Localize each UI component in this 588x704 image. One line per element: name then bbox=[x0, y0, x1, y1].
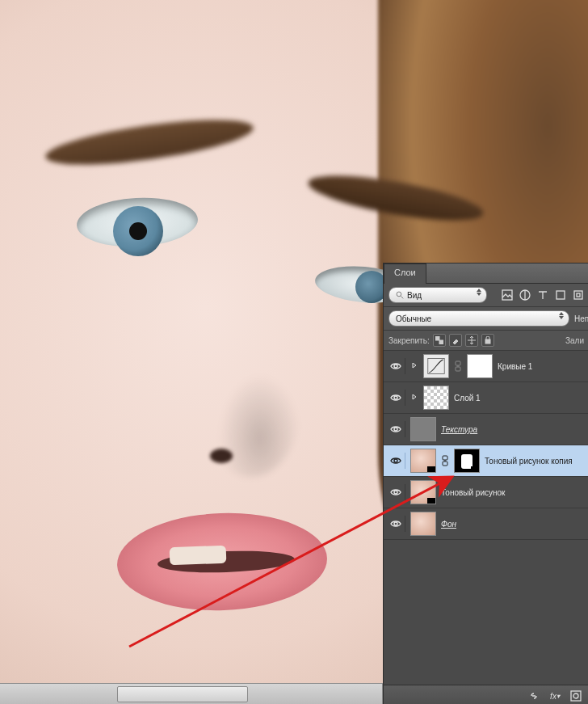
filter-adjust-icon[interactable] bbox=[519, 289, 531, 301]
layer-row-background[interactable]: Фон bbox=[384, 508, 588, 540]
layers-panel-footer: fx▾ bbox=[384, 685, 588, 704]
svg-rect-11 bbox=[456, 361, 460, 365]
link-layers-icon[interactable] bbox=[527, 689, 540, 702]
add-mask-icon[interactable] bbox=[569, 689, 582, 702]
filter-type-icon[interactable] bbox=[537, 289, 548, 301]
lock-transparent-icon[interactable] bbox=[433, 334, 446, 347]
svg-rect-6 bbox=[435, 336, 439, 340]
layers-list: Кривые 1 Слой 1 Текстура bbox=[384, 351, 588, 689]
layer-name[interactable]: Тоновый рисунок bbox=[441, 488, 586, 497]
fill-label: Зали bbox=[565, 336, 584, 345]
layer-thumbnail[interactable] bbox=[410, 512, 436, 536]
layer-row-tone-copy[interactable]: Тоновый рисунок копия bbox=[384, 445, 588, 477]
layer-name[interactable]: Текстура bbox=[441, 425, 586, 434]
layer-filter-value: Вид bbox=[407, 291, 422, 300]
layer-row-texture[interactable]: Текстура bbox=[384, 414, 588, 445]
opacity-label: Непрозрачн bbox=[574, 314, 588, 323]
svg-point-14 bbox=[394, 428, 397, 431]
layer-row-tone[interactable]: Тоновый рисунок bbox=[384, 477, 588, 508]
smart-object-badge-icon bbox=[427, 466, 435, 472]
svg-rect-17 bbox=[443, 462, 447, 466]
layer-thumbnail[interactable] bbox=[423, 386, 449, 410]
visibility-toggle[interactable] bbox=[387, 453, 405, 469]
svg-rect-1 bbox=[502, 290, 512, 300]
svg-rect-16 bbox=[443, 456, 447, 460]
layer-name[interactable]: Кривые 1 bbox=[498, 362, 586, 371]
blend-opacity-row: Обычные Непрозрачн bbox=[384, 307, 588, 331]
visibility-toggle[interactable] bbox=[387, 390, 405, 406]
lock-all-icon[interactable] bbox=[481, 334, 494, 347]
tab-layers[interactable]: Слои bbox=[384, 263, 426, 284]
svg-rect-5 bbox=[577, 293, 580, 297]
layer-link-icon[interactable] bbox=[454, 355, 462, 377]
svg-rect-7 bbox=[439, 340, 443, 344]
svg-rect-20 bbox=[571, 691, 581, 701]
blend-mode-value: Обычные bbox=[396, 314, 431, 323]
thumbnail-content bbox=[411, 512, 435, 535]
filter-smart-icon[interactable] bbox=[573, 289, 584, 301]
svg-point-21 bbox=[573, 693, 578, 698]
lock-label: Закрепить: bbox=[388, 336, 430, 345]
svg-rect-4 bbox=[574, 291, 582, 299]
svg-point-19 bbox=[394, 522, 397, 525]
scrollbar-track[interactable] bbox=[0, 684, 383, 704]
photo-pupil-left bbox=[129, 222, 147, 240]
layer-mask-thumbnail[interactable] bbox=[454, 449, 480, 473]
layer-filter-select[interactable]: Вид bbox=[388, 287, 487, 303]
layer-thumbnail[interactable] bbox=[410, 480, 436, 504]
layer-name[interactable]: Слой 1 bbox=[454, 394, 586, 403]
scrollbar-thumb[interactable] bbox=[117, 686, 248, 702]
lock-move-icon[interactable] bbox=[465, 334, 478, 347]
blend-mode-select[interactable]: Обычные bbox=[388, 310, 569, 327]
svg-point-9 bbox=[394, 365, 397, 368]
svg-rect-8 bbox=[485, 339, 490, 344]
visibility-toggle[interactable] bbox=[387, 484, 405, 500]
visibility-toggle[interactable] bbox=[387, 358, 405, 374]
svg-rect-3 bbox=[556, 291, 565, 299]
clip-indicator-icon bbox=[410, 355, 418, 377]
svg-point-15 bbox=[394, 459, 397, 462]
panel-tab-bar: Слои bbox=[384, 263, 588, 284]
layer-thumbnail[interactable] bbox=[410, 449, 436, 473]
filter-pixel-icon[interactable] bbox=[502, 289, 513, 301]
search-icon bbox=[396, 291, 404, 299]
smart-object-badge-icon bbox=[427, 498, 435, 504]
photo-nostril bbox=[210, 449, 233, 463]
visibility-toggle[interactable] bbox=[387, 516, 405, 532]
root: Слои Вид Обычные Непрозрачн bbox=[0, 0, 588, 704]
svg-rect-12 bbox=[456, 367, 460, 371]
layer-filter-bar: Вид bbox=[384, 284, 588, 307]
layer-type-filter-icons bbox=[502, 289, 584, 301]
layer-mask-thumbnail[interactable] bbox=[467, 354, 493, 378]
layer-name[interactable]: Тоновый рисунок копия bbox=[485, 457, 586, 466]
layer-row-curves[interactable]: Кривые 1 bbox=[384, 351, 588, 382]
clip-indicator-icon bbox=[410, 386, 418, 409]
svg-point-18 bbox=[394, 491, 397, 494]
layer-name[interactable]: Фон bbox=[441, 520, 586, 529]
lock-paint-icon[interactable] bbox=[449, 334, 462, 347]
svg-point-0 bbox=[397, 292, 401, 297]
svg-point-13 bbox=[394, 396, 397, 399]
lock-row: Закрепить: Зали bbox=[384, 331, 588, 351]
layer-thumbnail[interactable] bbox=[423, 354, 449, 378]
filter-shape-icon[interactable] bbox=[555, 289, 566, 301]
visibility-toggle[interactable] bbox=[387, 421, 405, 437]
layer-style-icon[interactable]: fx▾ bbox=[548, 689, 561, 702]
canvas-horizontal-scrollbar[interactable] bbox=[0, 683, 383, 704]
layer-link-icon[interactable] bbox=[441, 449, 449, 472]
layers-panel: Слои Вид Обычные Непрозрачн bbox=[383, 263, 588, 704]
layer-thumbnail[interactable] bbox=[410, 417, 436, 441]
layer-row-layer1[interactable]: Слой 1 bbox=[384, 382, 588, 414]
mask-badge-icon bbox=[471, 466, 479, 472]
photo-teeth bbox=[170, 546, 227, 565]
